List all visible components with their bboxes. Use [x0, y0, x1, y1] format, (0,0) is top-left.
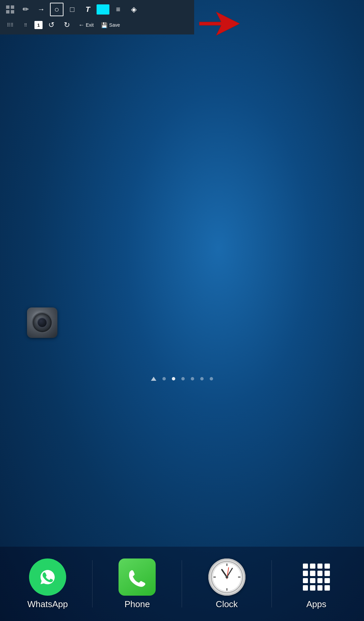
svg-rect-0	[6, 5, 9, 9]
clock-label: Clock	[216, 599, 238, 610]
dock: WhatsApp Phone	[0, 547, 364, 621]
rectangle-tool-icon[interactable]: □	[66, 3, 79, 16]
svg-marker-4	[199, 12, 240, 35]
undo-icon[interactable]: ↺	[45, 18, 58, 32]
arrow-icon[interactable]: →	[34, 3, 48, 16]
lines-icon[interactable]: ≡	[111, 3, 125, 16]
dock-item-whatsapp[interactable]: WhatsApp	[10, 558, 85, 610]
whatsapp-label: WhatsApp	[27, 599, 68, 610]
dock-item-phone[interactable]: Phone	[100, 558, 174, 610]
page-dot-6[interactable]	[210, 377, 213, 380]
exit-button[interactable]: ← Exit	[76, 20, 96, 30]
page-dot-1[interactable]	[162, 377, 166, 380]
red-arrow-indicator	[199, 10, 240, 39]
page-dot-2-active[interactable]	[172, 377, 175, 380]
page-dot-home[interactable]	[151, 377, 156, 381]
dock-item-clock[interactable]: Clock	[190, 558, 264, 610]
toolbar: ✏ → ○ □ T ≡ ◈ ⠿⠿ ⠿ 1 ↺ ↻ ← Exit 💾 Save	[0, 0, 194, 34]
dots-grid-icon[interactable]: ⠿⠿	[3, 18, 17, 32]
apps-label: Apps	[306, 599, 326, 610]
dots-tiny-icon[interactable]: ⠿	[19, 18, 32, 32]
svg-rect-2	[6, 10, 9, 14]
grid-icon[interactable]	[3, 3, 17, 16]
dock-divider-1	[92, 560, 93, 607]
phone-label: Phone	[125, 599, 150, 610]
page-dot-3[interactable]	[181, 377, 185, 380]
circle-tool-icon[interactable]: ○	[50, 3, 63, 16]
svg-rect-1	[11, 5, 14, 9]
text-tool-icon[interactable]: T	[81, 3, 95, 16]
color-picker-icon[interactable]	[97, 4, 109, 15]
dock-item-apps[interactable]: Apps	[279, 558, 354, 610]
phone-icon	[119, 558, 156, 596]
page-indicators	[0, 377, 364, 381]
pencil-icon[interactable]: ✏	[19, 3, 32, 16]
apps-grid-icon	[303, 564, 330, 591]
svg-point-16	[226, 576, 228, 578]
camera-lens-inner	[38, 318, 47, 327]
svg-rect-3	[11, 10, 14, 14]
toolbar-row-2: ⠿⠿ ⠿ 1 ↺ ↻ ← Exit 💾 Save	[3, 18, 191, 32]
save-button[interactable]: 💾 Save	[98, 21, 123, 30]
whatsapp-icon	[29, 558, 66, 596]
dock-divider-3	[271, 560, 272, 607]
clock-icon	[208, 558, 245, 596]
page-dot-5[interactable]	[200, 377, 204, 380]
fill-icon[interactable]: ◈	[127, 3, 140, 16]
camera-lens-outer	[33, 313, 52, 332]
toolbar-row-1: ✏ → ○ □ T ≡ ◈	[3, 3, 191, 16]
camera-widget[interactable]	[27, 307, 57, 338]
redo-icon[interactable]: ↻	[60, 18, 74, 32]
apps-icon	[298, 558, 335, 596]
page-dot-4[interactable]	[191, 377, 194, 380]
badge-number[interactable]: 1	[34, 21, 43, 29]
dock-divider-2	[182, 560, 182, 607]
